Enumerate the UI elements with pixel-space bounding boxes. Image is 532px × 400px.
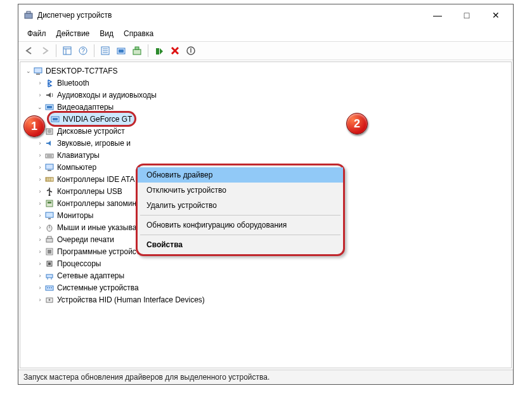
device-icon xyxy=(44,247,55,257)
toolbar-separator xyxy=(148,44,148,57)
device-icon xyxy=(44,223,55,233)
svg-rect-29 xyxy=(48,170,51,171)
annotation-marker-2: 2 xyxy=(346,113,368,134)
chevron-icon[interactable]: › xyxy=(36,164,44,171)
svg-rect-2 xyxy=(63,47,71,55)
chevron-icon[interactable]: › xyxy=(36,140,44,146)
device-tree[interactable]: ⌄ DESKTOP-TC7TAFS ›Bluetooth›Аудиовходы … xyxy=(20,61,512,368)
tree-item[interactable]: ›Звуковые, игровые и xyxy=(22,137,510,149)
svg-point-53 xyxy=(51,287,52,288)
svg-rect-46 xyxy=(48,262,51,265)
device-icon xyxy=(44,186,55,197)
status-bar: Запуск мастера обновления драйверов для … xyxy=(18,370,513,384)
chevron-icon[interactable]: › xyxy=(36,200,44,207)
ctx-separator xyxy=(140,235,341,235)
svg-rect-17 xyxy=(34,68,42,73)
close-button[interactable]: ✕ xyxy=(481,6,510,25)
scan-hardware-button[interactable] xyxy=(114,44,128,58)
tree-item-label: Контроллеры IDE ATA xyxy=(57,175,134,184)
svg-point-51 xyxy=(47,287,48,288)
tree-item-label: Очереди печати xyxy=(57,235,114,244)
tree-item-label: Программные устройства xyxy=(57,247,148,256)
chevron-icon[interactable]: › xyxy=(36,236,44,243)
device-icon xyxy=(44,235,55,245)
window-title: Диспетчер устройств xyxy=(37,11,423,20)
enable-device-button[interactable] xyxy=(152,44,166,58)
chevron-down-icon[interactable]: ⌄ xyxy=(24,68,33,74)
ctx-remove-device[interactable]: Удалить устройство xyxy=(138,198,343,213)
ctx-separator xyxy=(140,215,341,216)
chevron-icon[interactable]: › xyxy=(36,80,44,86)
tree-item-selected[interactable]: NVIDIA GeForce GT xyxy=(22,113,510,125)
status-text: Запуск мастера обновления драйверов для … xyxy=(23,373,269,382)
svg-rect-13 xyxy=(133,49,141,55)
menu-action[interactable]: Действие xyxy=(51,27,95,40)
tree-item-label: Устройства HID (Human Interface Devices) xyxy=(57,295,205,304)
titlebar: Диспетчер устройств — □ ✕ xyxy=(18,4,513,26)
menubar: Файл Действие Вид Справка xyxy=(18,26,513,42)
svg-rect-28 xyxy=(46,164,53,169)
back-button[interactable] xyxy=(22,44,36,58)
chevron-icon[interactable]: › xyxy=(36,152,44,158)
ctx-scan-hardware[interactable]: Обновить конфигурацию оборудования xyxy=(138,217,343,233)
ctx-properties-label: Свойства xyxy=(146,240,183,249)
ctx-properties[interactable]: Свойства xyxy=(138,237,343,252)
chevron-icon[interactable]: › xyxy=(36,285,44,291)
tree-item[interactable]: ›Процессоры xyxy=(22,257,510,269)
forward-button[interactable] xyxy=(38,44,52,58)
chevron-icon[interactable]: › xyxy=(36,297,44,303)
chevron-icon[interactable]: › xyxy=(36,261,44,267)
disable-device-button[interactable] xyxy=(184,44,198,58)
device-icon xyxy=(44,259,55,269)
svg-rect-44 xyxy=(48,250,51,254)
chevron-icon[interactable]: ⌄ xyxy=(36,104,44,110)
minimize-button[interactable]: — xyxy=(423,6,452,25)
chevron-icon[interactable]: › xyxy=(36,248,44,255)
tree-item-label: Компьютер xyxy=(57,163,96,172)
ctx-disable-device[interactable]: Отключить устройство xyxy=(138,183,343,198)
svg-rect-15 xyxy=(156,48,159,55)
tree-item[interactable]: ›Системные устройства xyxy=(22,281,510,294)
svg-rect-47 xyxy=(46,274,53,278)
show-tree-button[interactable] xyxy=(60,44,74,58)
chevron-icon[interactable]: › xyxy=(36,188,44,195)
tree-item-label: Bluetooth xyxy=(57,79,89,87)
app-icon xyxy=(23,10,34,20)
chevron-icon[interactable]: › xyxy=(36,176,44,183)
svg-rect-14 xyxy=(135,47,139,49)
tree-item[interactable]: ›Bluetooth xyxy=(22,77,510,89)
chevron-icon[interactable]: › xyxy=(36,224,44,231)
device-manager-window: Диспетчер устройств — □ ✕ Файл Действие … xyxy=(18,4,514,385)
tree-item[interactable]: ›Сетевые адаптеры xyxy=(22,269,510,281)
tree-item-label: Клавиатуры xyxy=(57,151,100,160)
properties-button[interactable] xyxy=(98,44,112,58)
svg-rect-18 xyxy=(36,74,40,75)
toolbar-separator xyxy=(94,44,94,57)
menu-view[interactable]: Вид xyxy=(94,27,119,40)
svg-rect-20 xyxy=(47,106,52,108)
svg-rect-42 xyxy=(48,236,51,238)
menu-file[interactable]: Файл xyxy=(22,27,51,40)
chevron-icon[interactable]: › xyxy=(36,212,44,219)
ctx-update-driver[interactable]: Обновить драйвер xyxy=(138,167,343,183)
maximize-button[interactable]: □ xyxy=(452,6,481,25)
tree-item[interactable]: ›Устройства HID (Human Interface Devices… xyxy=(22,294,510,306)
update-driver-button[interactable] xyxy=(130,44,144,58)
tree-item-label: Дисковые устройст xyxy=(57,127,125,136)
window-controls: — □ ✕ xyxy=(423,6,510,25)
menu-help[interactable]: Справка xyxy=(119,27,159,40)
tree-item-label: Аудиовходы и аудиовыходы xyxy=(57,91,157,100)
tree-root[interactable]: ⌄ DESKTOP-TC7TAFS xyxy=(22,65,510,77)
svg-rect-0 xyxy=(25,13,32,18)
device-icon xyxy=(50,114,60,124)
svg-rect-22 xyxy=(53,118,58,120)
tree-item[interactable]: ›Аудиовходы и аудиовыходы xyxy=(22,89,510,101)
svg-rect-41 xyxy=(46,238,53,242)
chevron-icon[interactable]: › xyxy=(36,273,44,279)
help-button[interactable]: ? xyxy=(76,44,90,58)
svg-rect-25 xyxy=(46,154,53,158)
chevron-icon[interactable]: › xyxy=(36,92,44,98)
computer-icon xyxy=(33,66,43,76)
uninstall-button[interactable] xyxy=(168,44,182,58)
tree-item[interactable]: ›Клавиатуры xyxy=(22,149,510,161)
